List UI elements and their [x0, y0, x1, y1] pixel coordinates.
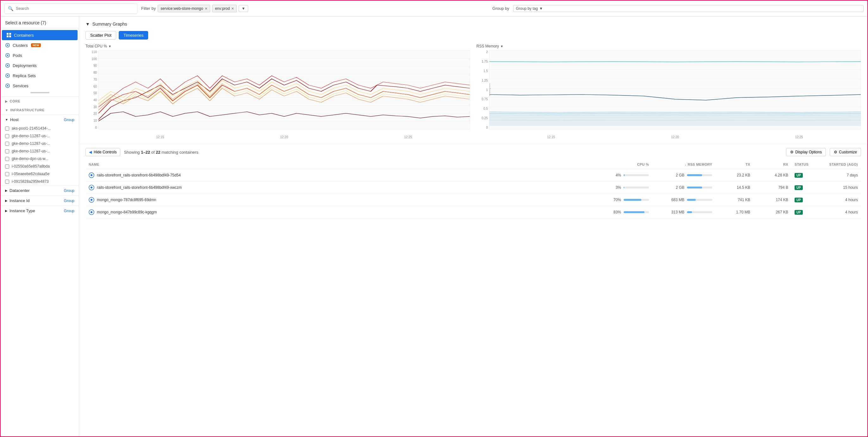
timeseries-tab[interactable]: Timeseries [119, 31, 148, 39]
mem-chart-dropdown-icon: ▼ [500, 44, 503, 48]
instance-id-chevron-icon: ▶ [5, 199, 8, 202]
host-name-6: i-05eaeebe62cdaaa5e [12, 172, 50, 176]
col-tx: TX [715, 160, 753, 169]
instance-id-group-action[interactable]: Group [64, 199, 74, 203]
sidebar-item-replica-sets[interactable]: Replica Sets [1, 70, 79, 81]
sidebar-item-deployments[interactable]: Deployments [1, 60, 79, 70]
filter-tag-env-remove[interactable]: × [231, 6, 234, 11]
filter-tag-env[interactable]: env:prod × [212, 5, 237, 12]
rx-val-1: 794 B [778, 185, 788, 190]
cpu-chart-label[interactable]: Total CPU % ▼ [86, 44, 470, 48]
host-checkbox-5[interactable] [5, 164, 9, 169]
summary-title: Summary Graphs [92, 22, 127, 27]
cell-mem-3: 313 MB [652, 206, 715, 218]
scatter-plot-tab[interactable]: Scatter Plot [86, 31, 116, 39]
customize-button[interactable]: ⚙ Customize [830, 148, 861, 156]
host-item-0: aks-pool1-21451434-... [1, 125, 79, 132]
search-input[interactable] [16, 6, 134, 11]
mem-y-0: 0 [476, 126, 488, 129]
search-icon: 🔍 [8, 6, 13, 11]
container-name-0: rails-storefront_rails-storefront-6b498b… [97, 173, 181, 177]
mem-chart-label[interactable]: RSS Memory ▼ [476, 44, 861, 48]
showing-suffix: matching containers [160, 150, 198, 155]
svg-point-7 [7, 55, 8, 56]
host-name-1: gke-demo-11287-us-... [12, 134, 50, 138]
summary-header[interactable]: ▼ Summary Graphs [86, 22, 861, 27]
host-checkbox-6[interactable] [5, 172, 9, 176]
mem-val-3: 313 MB [669, 210, 684, 214]
host-checkbox-7[interactable] [5, 179, 9, 184]
hide-controls-button[interactable]: ◀ Hide Controls [86, 148, 120, 156]
cell-mem-2: 683 MB [652, 194, 715, 206]
filter-tag-service[interactable]: service:web-store-mongo × [158, 5, 210, 12]
sidebar-item-clusters[interactable]: Clusters NEW [1, 40, 79, 50]
host-item-1: gke-demo-11287-us-... [1, 132, 79, 140]
sidebar-item-clusters-label: Clusters [13, 43, 28, 48]
cell-cpu-0: 4% [595, 169, 652, 181]
sidebar-section-core: ▶ CORE [1, 97, 79, 106]
summary-section: ▼ Summary Graphs Scatter Plot Timeseries… [79, 16, 867, 144]
sidebar-section-infrastructure-header[interactable]: ▼ INFRASTRUCTURE [1, 106, 79, 114]
status-badge-2: UP [795, 198, 803, 202]
mem-y-15: 1.5 [476, 69, 488, 73]
host-checkbox-1[interactable] [5, 134, 9, 138]
mem-x-axis: 12:15 12:20 12:25 [489, 135, 861, 139]
sidebar-section-core-header[interactable]: ▶ CORE [1, 97, 79, 106]
host-group-header[interactable]: ▼ Host Group [1, 115, 79, 125]
host-name-7: i-0915828a295fe4873 [12, 179, 49, 184]
instance-type-group-header[interactable]: ▶ Instance Type Group [1, 206, 79, 216]
cpu-bar-fill-0 [624, 174, 625, 176]
host-name-0: aks-pool1-21451434-... [12, 126, 51, 131]
host-group-action[interactable]: Group [64, 117, 74, 122]
cell-status-0: UP [792, 169, 817, 181]
host-checkbox-3[interactable] [5, 149, 9, 154]
sidebar-item-pods[interactable]: Pods [1, 50, 79, 60]
cpu-chart-svg [98, 51, 470, 129]
status-badge-1: UP [795, 185, 803, 190]
datacenter-group-header[interactable]: ▶ Datacenter Group [1, 186, 79, 195]
started-val-1: 15 hours [843, 185, 858, 190]
cpu-y-60: 60 [86, 85, 97, 88]
cpu-x-1220: 12:20 [280, 135, 288, 139]
svg-point-32 [91, 174, 92, 176]
mem-y-axis: 2 1.75 1.5 1.25 1 0.75 0.5 0.25 0 [476, 50, 489, 129]
table-header: NAME CPU % ↓ RSS MEMORY TX [86, 160, 861, 169]
mem-val-1: 2 GB [669, 185, 684, 190]
mem-y-175: 1.75 [476, 60, 488, 63]
host-item-3: gke-demo-11287-us-... [1, 147, 79, 155]
datacenter-group-action[interactable]: Group [64, 189, 74, 193]
showing-range: 1–22 [141, 150, 150, 155]
cell-status-3: UP [792, 206, 817, 218]
instance-id-group-header[interactable]: ▶ Instance Id Group [1, 196, 79, 205]
host-group-header-left: ▼ Host [5, 117, 19, 122]
host-checkbox-4[interactable] [5, 157, 9, 161]
instance-type-group-action[interactable]: Group [64, 209, 74, 213]
status-badge-3: UP [795, 210, 803, 215]
hide-controls-label: Hide Controls [94, 150, 117, 154]
cell-rx-3: 267 KB [753, 206, 792, 218]
host-checkbox-2[interactable] [5, 142, 9, 146]
sidebar-item-containers[interactable]: Containers [2, 30, 78, 40]
filter-dropdown[interactable]: ▼ [239, 5, 248, 12]
cpu-chart-plot: Percent [98, 50, 470, 129]
filter-tag-service-remove[interactable]: × [205, 6, 207, 11]
host-checkbox-0[interactable] [5, 127, 9, 131]
container-name-2: mongo_mongo-787dc8f695-69dmn [97, 198, 156, 202]
cpu-chart-label-text: Total CPU % [86, 44, 107, 48]
datacenter-chevron-icon: ▶ [5, 189, 8, 192]
started-val-0: 7 days [847, 173, 858, 177]
cpu-val-2: 70% [612, 198, 621, 202]
host-name-5: i-02550a65e857a8bda [12, 164, 50, 169]
col-mem[interactable]: ↓ RSS MEMORY [652, 160, 715, 169]
svg-point-38 [91, 211, 92, 213]
search-area[interactable]: 🔍 [4, 3, 137, 14]
mem-y-2: 2 [476, 50, 488, 54]
display-options-button[interactable]: ⚙ Display Options [786, 148, 826, 156]
rx-val-0: 4.28 KB [775, 173, 788, 177]
cell-started-1: 15 hours [817, 181, 861, 194]
mem-y-1: 1 [476, 88, 488, 92]
svg-point-5 [7, 44, 8, 46]
group-by-select[interactable]: Group by tag ▼ [513, 5, 864, 12]
sidebar-item-services[interactable]: Services [1, 81, 79, 91]
table-row: rails-storefront_rails-storefront-6b498b… [86, 169, 861, 181]
